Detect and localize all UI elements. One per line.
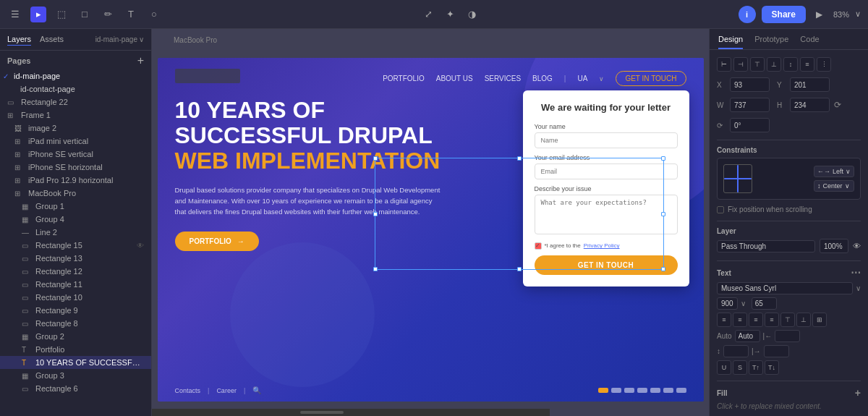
frame-tool[interactable]: ⬚ bbox=[54, 7, 69, 22]
text-underline[interactable]: U bbox=[717, 360, 731, 375]
blend-mode-select[interactable]: Pass Through bbox=[717, 240, 815, 252]
layer-rect9[interactable]: ▭Rectangle 9 bbox=[0, 304, 151, 317]
layer-rect6[interactable]: ▭Rectangle 6 bbox=[0, 382, 151, 395]
footer-search-icon[interactable]: 🔍 bbox=[252, 386, 261, 394]
align-distribute[interactable]: ⋮ bbox=[817, 57, 831, 72]
layer-group4[interactable]: ▦Group 4 bbox=[0, 213, 151, 226]
layer-rect11[interactable]: ▭Rectangle 11 bbox=[0, 278, 151, 291]
dot-6[interactable] bbox=[663, 388, 673, 393]
para-spacing-input[interactable]: 0 bbox=[723, 345, 749, 357]
hero-cta-button[interactable]: PORTFOLIO → bbox=[175, 232, 259, 251]
dot-3[interactable] bbox=[624, 388, 634, 393]
font-size-input[interactable] bbox=[752, 297, 777, 310]
layer-rect8[interactable]: ▭Rectangle 8 bbox=[0, 317, 151, 330]
x-input[interactable] bbox=[730, 77, 770, 92]
layer-image2[interactable]: 🖼image 2 bbox=[0, 122, 151, 135]
text-valign-mid[interactable]: ⊥ bbox=[796, 313, 811, 327]
layer-rect12[interactable]: ▭Rectangle 12 bbox=[0, 265, 151, 278]
opacity-input[interactable] bbox=[820, 239, 848, 253]
tab-design[interactable]: Design bbox=[718, 35, 743, 49]
nav-about[interactable]: ABOUT US bbox=[436, 75, 473, 82]
align-center-v[interactable]: ↕ bbox=[783, 57, 798, 72]
comment-tool[interactable]: ○ bbox=[146, 7, 162, 22]
pen-tool[interactable]: ✏ bbox=[100, 7, 116, 22]
rotation-input[interactable] bbox=[730, 118, 770, 132]
layer-ipad-pro[interactable]: ⊞iPad Pro 12.9 horizontal bbox=[0, 174, 151, 187]
agree-checkbox[interactable]: ✓ bbox=[535, 242, 542, 250]
contrast-icon[interactable]: ◑ bbox=[464, 7, 480, 22]
add-page-button[interactable]: + bbox=[137, 55, 144, 67]
layer-rect10[interactable]: ▭Rectangle 10 bbox=[0, 291, 151, 304]
layer-frame1[interactable]: ⊞Frame 1 bbox=[0, 109, 151, 122]
align-bottom[interactable]: ≡ bbox=[800, 57, 814, 72]
name-input[interactable] bbox=[535, 132, 678, 148]
text-strikethrough[interactable]: S bbox=[733, 360, 747, 375]
layer-group3[interactable]: ▦Group 3 bbox=[0, 369, 151, 382]
layer-rect15[interactable]: ▭Rectangle 15 👁 bbox=[0, 239, 151, 252]
layer-hero-text[interactable]: T10 YEARS OF SUCCESSFUL DRUPAL WEB IMPL.… bbox=[0, 356, 151, 369]
rectangle-tool[interactable]: □ bbox=[77, 7, 93, 22]
dot-1[interactable] bbox=[598, 388, 608, 393]
letter-spacing-input[interactable]: 0% bbox=[775, 330, 800, 342]
nav-portfolio[interactable]: PORTFOLIO bbox=[383, 75, 425, 82]
cursor-tool[interactable]: ▸ bbox=[30, 7, 46, 22]
tab-prototype[interactable]: Prototype bbox=[754, 35, 788, 49]
fix-position-checkbox[interactable] bbox=[717, 206, 724, 213]
share-button[interactable]: Share bbox=[762, 6, 806, 23]
fill-mixed-text[interactable]: Click + to replace mixed content. bbox=[717, 402, 861, 410]
layer-ipad-mini[interactable]: ⊞iPad mini vertical bbox=[0, 135, 151, 148]
layer-macbook[interactable]: ⊞MacBook Pro bbox=[0, 187, 151, 200]
align-top[interactable]: ⊥ bbox=[767, 57, 781, 72]
align-right[interactable]: ⊤ bbox=[750, 57, 765, 72]
tab-assets[interactable]: Assets bbox=[40, 33, 64, 46]
text-options-icon[interactable]: ⋯ bbox=[851, 267, 861, 279]
tab-layers[interactable]: Layers bbox=[7, 33, 31, 46]
layer-group2[interactable]: ▦Group 2 bbox=[0, 330, 151, 343]
layer-group1[interactable]: ▦Group 1 bbox=[0, 200, 151, 213]
privacy-link[interactable]: Privacy Policy bbox=[584, 242, 620, 249]
text-superscript[interactable]: T↑ bbox=[749, 360, 763, 375]
footer-career[interactable]: Career bbox=[216, 387, 237, 394]
visibility-toggle[interactable]: 👁 bbox=[853, 242, 861, 250]
text-valign-top[interactable]: ⊤ bbox=[780, 313, 795, 327]
text-subscript[interactable]: T↓ bbox=[765, 360, 779, 375]
add-fill-button[interactable]: + bbox=[855, 387, 861, 399]
align-center-h[interactable]: ⊣ bbox=[733, 57, 748, 72]
text-valign-bot[interactable]: ⊞ bbox=[812, 313, 827, 327]
text-align-justify[interactable]: ≡ bbox=[765, 313, 779, 327]
h-constraint[interactable]: ←→Left∨ bbox=[814, 166, 854, 177]
nav-cta-button[interactable]: GET IN TOUCH bbox=[616, 71, 686, 86]
w-input[interactable] bbox=[730, 98, 770, 112]
text-align-left[interactable]: ≡ bbox=[717, 313, 731, 327]
font-weight-select[interactable]: 900 bbox=[717, 297, 738, 310]
tab-code[interactable]: Code bbox=[800, 35, 819, 49]
nav-lang[interactable]: UA bbox=[577, 75, 587, 82]
align-left[interactable]: ⊢ bbox=[717, 57, 731, 72]
v-constraint[interactable]: ↕Center∨ bbox=[814, 180, 854, 192]
dot-7[interactable] bbox=[676, 388, 686, 393]
text-align-right[interactable]: ≡ bbox=[749, 313, 763, 327]
nav-blog[interactable]: BLOG bbox=[532, 75, 553, 82]
line-height-input[interactable] bbox=[735, 330, 760, 342]
star-icon[interactable]: ✦ bbox=[442, 7, 458, 22]
layer-iphone-se-v[interactable]: ⊞iPhone SE vertical bbox=[0, 148, 151, 161]
font-family-select[interactable]: Museo Sans Cyrl bbox=[717, 282, 853, 294]
text-align-center[interactable]: ≡ bbox=[733, 313, 747, 327]
page-item-main[interactable]: id-main-page bbox=[0, 69, 151, 82]
nav-services[interactable]: SERVICES bbox=[485, 75, 521, 82]
menu-icon[interactable]: ☰ bbox=[7, 7, 23, 22]
dot-5[interactable] bbox=[650, 388, 660, 393]
h-input[interactable] bbox=[790, 98, 830, 112]
dot-2[interactable] bbox=[611, 388, 621, 393]
layer-iphone-se-h[interactable]: ⊞iPhone SE horizontal bbox=[0, 161, 151, 174]
indent-input[interactable]: 0 bbox=[764, 345, 789, 357]
resize-icon[interactable]: ⤢ bbox=[420, 7, 436, 22]
footer-contacts[interactable]: Contacts bbox=[175, 387, 201, 394]
issue-textarea[interactable] bbox=[535, 195, 678, 234]
layer-portfolio[interactable]: TPortfolio bbox=[0, 343, 151, 356]
play-button[interactable]: ▶ bbox=[812, 7, 827, 22]
dot-4[interactable] bbox=[637, 388, 647, 393]
layer-rectangle22[interactable]: ▭Rectangle 22 bbox=[0, 95, 151, 109]
submit-button[interactable]: GET IN TOUCH bbox=[535, 255, 678, 275]
text-tool[interactable]: T bbox=[123, 7, 139, 22]
